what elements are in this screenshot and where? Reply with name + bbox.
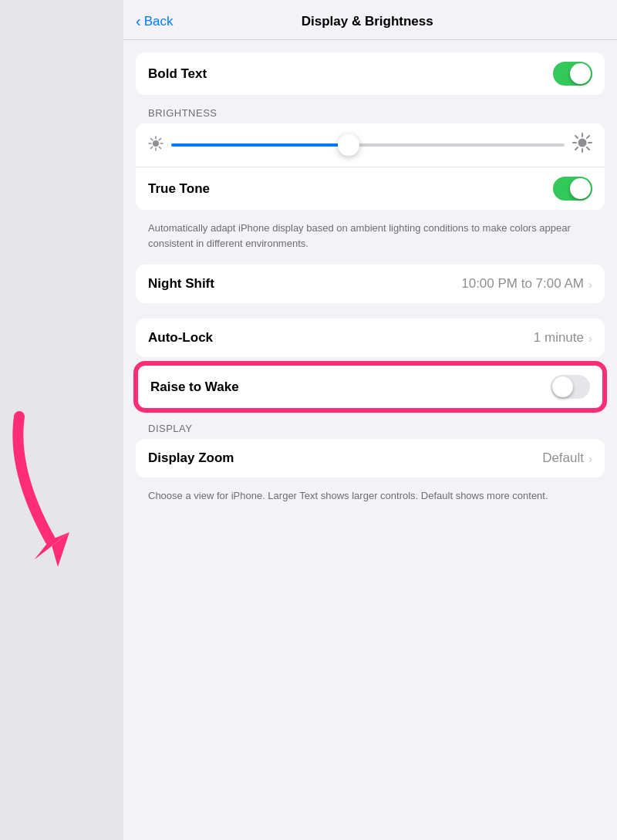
bold-text-label: Bold Text [148,66,207,82]
display-zoom-label: Display Zoom [148,450,234,466]
true-tone-row[interactable]: True Tone [136,167,605,210]
main-content: ‹ Back Display & Brightness Bold Text BR… [123,0,617,840]
bold-text-row[interactable]: Bold Text [136,52,605,95]
header: ‹ Back Display & Brightness [123,0,617,40]
svg-line-8 [159,139,160,140]
display-zoom-value: Default [542,450,584,466]
toggle-knob [552,376,573,397]
true-tone-toggle[interactable] [553,177,592,201]
raise-to-wake-row[interactable]: Raise to Wake [138,366,602,408]
night-shift-chevron-icon: › [588,278,592,291]
svg-line-18 [575,147,578,150]
slider-fill [171,143,349,147]
night-shift-value: 10:00 PM to 7:00 AM [461,276,584,292]
svg-line-15 [575,136,578,138]
brightness-card: True Tone [136,123,605,210]
page-title: Display & Brightness [179,14,555,29]
auto-lock-chevron-icon: › [588,332,592,345]
sun-small-icon [148,136,164,154]
night-shift-value-container: 10:00 PM to 7:00 AM › [461,276,592,292]
display-zoom-card: Display Zoom Default › [136,439,605,477]
auto-lock-value: 1 minute [534,330,584,346]
brightness-slider-row[interactable] [136,123,605,167]
auto-lock-row[interactable]: Auto-Lock 1 minute › [136,319,605,357]
svg-line-6 [151,139,153,140]
display-zoom-row[interactable]: Display Zoom Default › [136,439,605,477]
auto-lock-label: Auto-Lock [148,330,213,346]
toggle-knob [570,178,591,199]
raise-to-wake-card: Raise to Wake [136,363,605,410]
svg-line-17 [587,136,589,138]
night-shift-row[interactable]: Night Shift 10:00 PM to 7:00 AM › [136,265,605,303]
svg-point-1 [153,140,159,147]
display-zoom-value-container: Default › [542,450,592,466]
autolock-raisewake-group: Auto-Lock 1 minute › Raise to Wake [136,319,605,410]
night-shift-label: Night Shift [148,276,214,292]
raise-to-wake-toggle[interactable] [551,375,590,399]
true-tone-description: Automatically adapt iPhone display based… [136,216,605,258]
sidebar [0,0,123,840]
bold-text-toggle[interactable] [553,62,592,86]
brightness-section-label: BRIGHTNESS [136,101,605,123]
back-chevron-icon: ‹ [136,12,141,30]
display-section: DISPLAY Display Zoom Default › Choose a … [136,417,605,511]
auto-lock-value-container: 1 minute › [534,330,592,346]
display-section-label: DISPLAY [136,417,605,439]
svg-line-16 [587,147,589,150]
raise-to-wake-label: Raise to Wake [150,380,239,395]
svg-line-9 [151,147,153,148]
svg-point-10 [578,139,587,147]
true-tone-label: True Tone [148,181,210,197]
brightness-section: BRIGHTNESS [136,101,605,258]
display-zoom-description: Choose a view for iPhone. Larger Text sh… [136,484,605,511]
settings-content: Bold Text BRIGHTNESS [123,52,617,511]
back-button[interactable]: ‹ Back [136,12,173,30]
display-zoom-chevron-icon: › [588,452,592,465]
night-shift-card: Night Shift 10:00 PM to 7:00 AM › [136,265,605,303]
svg-line-7 [159,147,160,148]
brightness-slider[interactable] [171,143,565,147]
toggle-knob [570,63,591,84]
autolock-card: Auto-Lock 1 minute › [136,319,605,357]
back-label: Back [144,14,174,29]
sun-large-icon [572,133,592,157]
bold-text-card: Bold Text [136,52,605,95]
slider-thumb [338,134,359,156]
